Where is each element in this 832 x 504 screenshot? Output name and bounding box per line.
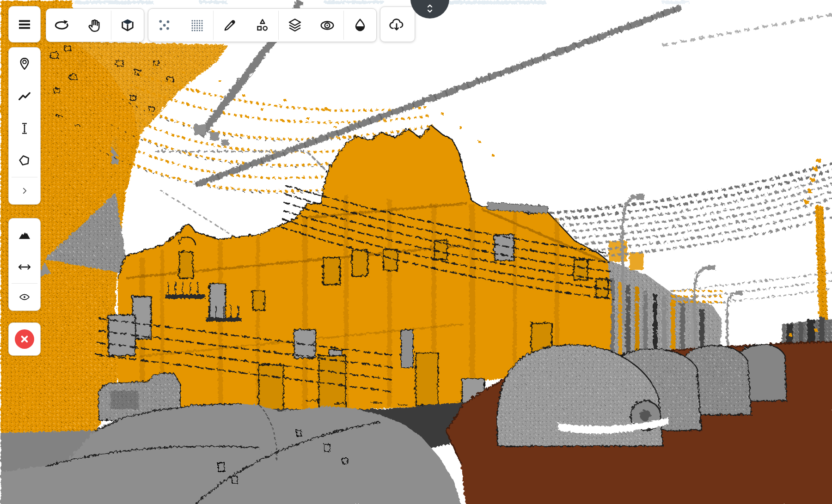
cube-3d-icon [119, 17, 136, 34]
height-measure-icon [17, 121, 32, 136]
eye-ring-button[interactable] [311, 9, 343, 42]
layers-button[interactable] [279, 9, 311, 42]
toolbar-group-view [46, 8, 144, 42]
polygon-icon [17, 153, 32, 169]
menu-icon [16, 16, 33, 33]
scatter-points-button[interactable] [148, 9, 181, 42]
width-arrows-icon [17, 259, 32, 275]
map-pin-icon [17, 56, 32, 72]
shapes-icon [254, 17, 270, 34]
cube-3d-button[interactable] [111, 9, 144, 42]
cloud-download-button[interactable] [380, 7, 413, 42]
map-pin-button[interactable] [9, 48, 40, 80]
orbit-button[interactable] [46, 9, 79, 42]
polyline-icon [17, 88, 32, 104]
paint-brush-button[interactable] [214, 9, 246, 42]
danger-circle [15, 329, 34, 349]
point-cloud-canvas[interactable] [0, 0, 832, 504]
polygon-button[interactable] [9, 145, 40, 177]
menu-button[interactable] [9, 6, 40, 42]
point-grid-icon [189, 17, 205, 34]
close-x-button[interactable] [9, 323, 40, 355]
chevron-right-button[interactable] [9, 177, 40, 204]
download-panel [380, 6, 415, 42]
chevron-right-icon [18, 185, 31, 197]
pan-hand-icon [86, 17, 103, 34]
droplet-half-icon [352, 17, 368, 34]
toolbar-group-points [148, 8, 377, 42]
close-x-icon [17, 331, 32, 347]
sidebar-panel-annotation [8, 47, 41, 205]
sidebar-panel-display [8, 218, 41, 311]
paint-brush-icon [221, 17, 238, 34]
chevron-up-icon [424, 1, 435, 8]
bollard [400, 329, 412, 367]
eye-icon [18, 291, 31, 303]
droplet-half-button[interactable] [344, 9, 376, 42]
pan-hand-button[interactable] [79, 9, 111, 42]
cloud-download-icon [388, 16, 405, 33]
layers-icon [287, 17, 303, 34]
width-arrows-button[interactable] [9, 251, 40, 283]
sidebar-panel-close [8, 322, 41, 356]
mountain-icon [17, 227, 32, 243]
orbit-icon [54, 17, 71, 34]
viewport [0, 0, 832, 504]
menu-panel [8, 6, 41, 43]
mountain-button[interactable] [9, 219, 40, 251]
shapes-button[interactable] [246, 9, 278, 42]
scatter-points-icon [156, 17, 173, 34]
polyline-button[interactable] [9, 80, 40, 112]
chevron-down-icon [424, 8, 435, 15]
point-grid-button[interactable] [181, 9, 213, 42]
height-measure-button[interactable] [9, 112, 40, 145]
eye-ring-icon [319, 17, 336, 34]
eye-button[interactable] [9, 284, 40, 310]
